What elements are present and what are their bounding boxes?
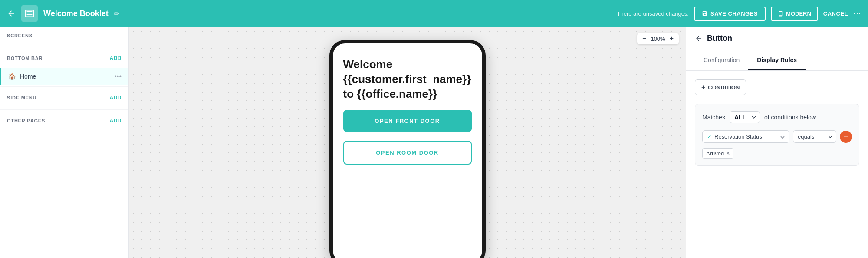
- condition-field[interactable]: ✓ Reservation Status: [702, 130, 789, 143]
- side-menu-add-button[interactable]: ADD: [110, 95, 122, 101]
- remove-condition-button[interactable]: −: [840, 131, 852, 143]
- phone-mockup: Welcome {{customer.first_name}} to {{off…: [329, 40, 486, 258]
- arrived-tag: Arrived ×: [702, 148, 733, 159]
- main-layout: SCREENS BOTTOM BAR ADD 🏠 Home ••• SIDE M…: [0, 27, 868, 258]
- divider-3: [0, 109, 128, 110]
- zoom-controls: − 100% +: [637, 33, 679, 44]
- app-icon: [21, 5, 38, 22]
- plus-icon: +: [701, 83, 705, 91]
- panel-header: Button: [686, 27, 868, 50]
- bottom-bar-header: BOTTOM BAR ADD: [7, 55, 122, 61]
- other-pages-header: OTHER PAGES ADD: [7, 118, 122, 124]
- tag-row: Arrived ×: [702, 148, 852, 159]
- open-front-door-button[interactable]: OPEN FRONT DOOR: [343, 110, 472, 132]
- cancel-button[interactable]: CANCEL: [823, 10, 848, 17]
- of-conditions-text: of conditions below: [764, 114, 816, 121]
- divider-2: [0, 86, 128, 87]
- top-bar: Welcome Booklet ✏ There are unsaved chan…: [0, 0, 868, 27]
- edit-icon[interactable]: ✏: [114, 10, 119, 18]
- more-options-button[interactable]: ⋯: [853, 9, 861, 18]
- condition-btn-label: CONDITION: [708, 84, 740, 91]
- matches-select[interactable]: ALL ANY: [730, 111, 760, 123]
- condition-row: ✓ Reservation Status equals not equals −: [702, 130, 852, 143]
- tag-label: Arrived: [706, 150, 724, 157]
- bottom-bar-section: BOTTOM BAR ADD: [0, 49, 128, 68]
- app-title: Welcome Booklet: [43, 9, 108, 18]
- tab-configuration[interactable]: Configuration: [695, 50, 748, 70]
- screens-header: SCREENS: [7, 33, 122, 38]
- canvas: − 100% + Welcome {{customer.first_name}}…: [129, 27, 686, 258]
- check-icon: ✓: [707, 133, 712, 140]
- sidebar-item-home[interactable]: 🏠 Home •••: [0, 68, 128, 85]
- panel-title: Button: [707, 34, 732, 43]
- side-menu-header: SIDE MENU ADD: [7, 95, 122, 101]
- top-bar-left: Welcome Booklet ✏: [7, 5, 612, 22]
- save-label: SAVE CHANGES: [710, 10, 758, 17]
- matches-row: Matches ALL ANY of conditions below: [702, 111, 852, 123]
- save-changes-button[interactable]: SAVE CHANGES: [694, 7, 766, 21]
- zoom-out-button[interactable]: −: [641, 35, 647, 43]
- screens-title: SCREENS: [7, 33, 33, 38]
- home-item-dots[interactable]: •••: [114, 73, 122, 80]
- panel-tabs: Configuration Display Rules: [686, 50, 868, 71]
- phone-welcome-text: Welcome {{customer.first_name}} to {{off…: [343, 57, 472, 101]
- side-menu-section: SIDE MENU ADD: [0, 89, 128, 108]
- tag-remove-button[interactable]: ×: [726, 150, 730, 157]
- modern-button[interactable]: MODERN: [771, 7, 818, 21]
- home-label: Home: [20, 73, 110, 80]
- bottom-bar-title: BOTTOM BAR: [7, 56, 43, 61]
- zoom-in-button[interactable]: +: [669, 35, 674, 43]
- remove-icon: −: [844, 133, 848, 141]
- right-panel: Button Configuration Display Rules + CON…: [686, 27, 868, 258]
- other-pages-title: OTHER PAGES: [7, 118, 45, 123]
- condition-operator-select[interactable]: equals not equals: [793, 130, 836, 143]
- add-condition-button[interactable]: + CONDITION: [695, 79, 746, 95]
- condition-field-label: Reservation Status: [714, 133, 762, 140]
- back-button[interactable]: [7, 9, 16, 18]
- bottom-bar-add-button[interactable]: ADD: [110, 55, 122, 61]
- side-menu-title: SIDE MENU: [7, 95, 36, 100]
- conditions-card: Matches ALL ANY of conditions below ✓ Re…: [695, 104, 859, 166]
- open-room-door-button[interactable]: OPEN ROOM DOOR: [343, 141, 472, 165]
- other-pages-section: OTHER PAGES ADD: [0, 112, 128, 131]
- tab-display-rules[interactable]: Display Rules: [748, 50, 806, 70]
- panel-back-button[interactable]: [695, 35, 703, 43]
- phone-content: Welcome {{customer.first_name}} to {{off…: [333, 43, 482, 258]
- zoom-level: 100%: [651, 36, 665, 42]
- home-icon: 🏠: [8, 73, 16, 80]
- top-bar-right: There are unsaved changes. SAVE CHANGES …: [617, 7, 861, 21]
- divider-1: [0, 47, 128, 47]
- unsaved-text: There are unsaved changes.: [617, 10, 689, 17]
- condition-field-chevron: [780, 133, 785, 140]
- modern-label: MODERN: [786, 10, 811, 17]
- matches-label: Matches: [702, 114, 725, 121]
- panel-body: + CONDITION Matches ALL ANY of condition…: [686, 71, 868, 175]
- screens-section: SCREENS: [0, 27, 128, 45]
- sidebar: SCREENS BOTTOM BAR ADD 🏠 Home ••• SIDE M…: [0, 27, 129, 258]
- other-pages-add-button[interactable]: ADD: [110, 118, 122, 124]
